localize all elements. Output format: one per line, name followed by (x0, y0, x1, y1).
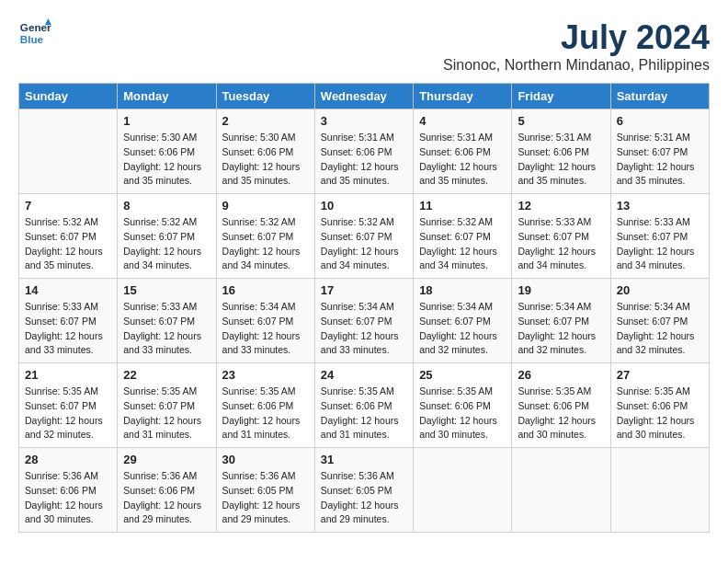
day-number: 31 (321, 453, 407, 466)
day-info: Sunrise: 5:31 AMSunset: 6:06 PMDaylight:… (321, 131, 407, 189)
day-number: 25 (419, 368, 506, 382)
day-number: 28 (25, 453, 111, 466)
day-number: 13 (617, 199, 703, 213)
day-number: 14 (25, 283, 111, 297)
day-info: Sunrise: 5:32 AMSunset: 6:07 PMDaylight:… (123, 215, 210, 273)
day-number: 2 (222, 114, 309, 128)
day-number: 22 (123, 368, 210, 382)
day-number: 24 (321, 368, 407, 382)
day-cell: 14Sunrise: 5:33 AMSunset: 6:07 PMDayligh… (19, 279, 118, 363)
day-cell: 23Sunrise: 5:35 AMSunset: 6:06 PMDayligh… (216, 363, 314, 448)
week-row-3: 14Sunrise: 5:33 AMSunset: 6:07 PMDayligh… (19, 279, 710, 363)
day-info: Sunrise: 5:32 AMSunset: 6:07 PMDaylight:… (321, 215, 407, 273)
day-number: 6 (617, 114, 703, 128)
day-number: 12 (518, 199, 604, 213)
day-cell: 29Sunrise: 5:36 AMSunset: 6:06 PMDayligh… (118, 448, 216, 533)
day-info: Sunrise: 5:32 AMSunset: 6:07 PMDaylight:… (25, 215, 111, 273)
day-cell: 3Sunrise: 5:31 AMSunset: 6:06 PMDaylight… (314, 109, 413, 194)
day-number: 16 (222, 283, 309, 297)
svg-text:Blue: Blue (20, 33, 44, 45)
logo-icon: General Blue (18, 18, 51, 52)
day-number: 5 (518, 114, 604, 128)
day-info: Sunrise: 5:33 AMSunset: 6:07 PMDaylight:… (617, 215, 703, 273)
day-number: 1 (123, 114, 210, 128)
column-header-wednesday: Wednesday (314, 84, 413, 109)
day-info: Sunrise: 5:30 AMSunset: 6:06 PMDaylight:… (222, 131, 309, 189)
day-cell: 19Sunrise: 5:34 AMSunset: 6:07 PMDayligh… (512, 279, 610, 363)
day-info: Sunrise: 5:31 AMSunset: 6:06 PMDaylight:… (518, 131, 604, 189)
day-number: 4 (419, 114, 506, 128)
day-info: Sunrise: 5:36 AMSunset: 6:06 PMDaylight:… (123, 469, 210, 527)
day-info: Sunrise: 5:36 AMSunset: 6:05 PMDaylight:… (222, 469, 309, 527)
column-header-sunday: Sunday (19, 84, 118, 109)
day-number: 26 (518, 368, 604, 382)
day-cell: 21Sunrise: 5:35 AMSunset: 6:07 PMDayligh… (19, 363, 118, 448)
day-cell: 9Sunrise: 5:32 AMSunset: 6:07 PMDaylight… (216, 194, 314, 279)
day-cell (19, 109, 118, 194)
day-cell: 28Sunrise: 5:36 AMSunset: 6:06 PMDayligh… (19, 448, 118, 533)
day-number: 8 (123, 199, 210, 213)
day-cell (610, 448, 709, 533)
day-number: 11 (419, 199, 506, 213)
day-cell: 13Sunrise: 5:33 AMSunset: 6:07 PMDayligh… (610, 194, 709, 279)
day-number: 23 (222, 368, 309, 382)
day-info: Sunrise: 5:35 AMSunset: 6:06 PMDaylight:… (419, 385, 506, 442)
day-cell: 15Sunrise: 5:33 AMSunset: 6:07 PMDayligh… (118, 279, 216, 363)
header: General Blue July 2024 Sinonoc, Northern… (18, 18, 710, 74)
day-cell: 6Sunrise: 5:31 AMSunset: 6:07 PMDaylight… (610, 109, 709, 194)
day-info: Sunrise: 5:35 AMSunset: 6:07 PMDaylight:… (25, 385, 111, 442)
day-cell: 7Sunrise: 5:32 AMSunset: 6:07 PMDaylight… (19, 194, 118, 279)
subtitle: Sinonoc, Northern Mindanao, Philippines (443, 57, 710, 74)
day-number: 9 (222, 199, 309, 213)
day-cell: 18Sunrise: 5:34 AMSunset: 6:07 PMDayligh… (414, 279, 512, 363)
title-area: July 2024 Sinonoc, Northern Mindanao, Ph… (443, 18, 710, 74)
day-number: 27 (617, 368, 703, 382)
day-cell: 12Sunrise: 5:33 AMSunset: 6:07 PMDayligh… (512, 194, 610, 279)
day-info: Sunrise: 5:34 AMSunset: 6:07 PMDaylight:… (222, 300, 309, 358)
day-info: Sunrise: 5:36 AMSunset: 6:06 PMDaylight:… (25, 469, 111, 527)
calendar-table: SundayMondayTuesdayWednesdayThursdayFrid… (18, 83, 710, 533)
day-cell: 31Sunrise: 5:36 AMSunset: 6:05 PMDayligh… (314, 448, 413, 533)
day-number: 19 (518, 283, 604, 297)
day-cell: 20Sunrise: 5:34 AMSunset: 6:07 PMDayligh… (610, 279, 709, 363)
day-info: Sunrise: 5:34 AMSunset: 6:07 PMDaylight:… (321, 300, 407, 358)
main-title: July 2024 (443, 18, 710, 57)
day-info: Sunrise: 5:33 AMSunset: 6:07 PMDaylight:… (123, 300, 210, 358)
day-info: Sunrise: 5:34 AMSunset: 6:07 PMDaylight:… (518, 300, 604, 358)
day-cell: 27Sunrise: 5:35 AMSunset: 6:06 PMDayligh… (610, 363, 709, 448)
day-info: Sunrise: 5:30 AMSunset: 6:06 PMDaylight:… (123, 131, 210, 189)
day-info: Sunrise: 5:35 AMSunset: 6:06 PMDaylight:… (321, 385, 407, 442)
day-number: 21 (25, 368, 111, 382)
day-number: 3 (321, 114, 407, 128)
day-cell: 5Sunrise: 5:31 AMSunset: 6:06 PMDaylight… (512, 109, 610, 194)
week-row-4: 21Sunrise: 5:35 AMSunset: 6:07 PMDayligh… (19, 363, 710, 448)
day-cell: 22Sunrise: 5:35 AMSunset: 6:07 PMDayligh… (118, 363, 216, 448)
day-cell: 25Sunrise: 5:35 AMSunset: 6:06 PMDayligh… (414, 363, 512, 448)
day-info: Sunrise: 5:32 AMSunset: 6:07 PMDaylight:… (222, 215, 309, 273)
day-number: 30 (222, 453, 309, 466)
day-number: 7 (25, 199, 111, 213)
day-info: Sunrise: 5:31 AMSunset: 6:06 PMDaylight:… (419, 131, 506, 189)
day-info: Sunrise: 5:33 AMSunset: 6:07 PMDaylight:… (518, 215, 604, 273)
column-header-monday: Monday (118, 84, 216, 109)
day-info: Sunrise: 5:32 AMSunset: 6:07 PMDaylight:… (419, 215, 506, 273)
day-cell: 24Sunrise: 5:35 AMSunset: 6:06 PMDayligh… (314, 363, 413, 448)
day-cell: 2Sunrise: 5:30 AMSunset: 6:06 PMDaylight… (216, 109, 314, 194)
day-info: Sunrise: 5:35 AMSunset: 6:07 PMDaylight:… (123, 385, 210, 442)
day-cell (414, 448, 512, 533)
day-info: Sunrise: 5:34 AMSunset: 6:07 PMDaylight:… (419, 300, 506, 358)
column-header-friday: Friday (512, 84, 610, 109)
day-cell: 11Sunrise: 5:32 AMSunset: 6:07 PMDayligh… (414, 194, 512, 279)
day-cell: 10Sunrise: 5:32 AMSunset: 6:07 PMDayligh… (314, 194, 413, 279)
day-number: 29 (123, 453, 210, 466)
day-cell (512, 448, 610, 533)
day-info: Sunrise: 5:34 AMSunset: 6:07 PMDaylight:… (617, 300, 703, 358)
day-info: Sunrise: 5:33 AMSunset: 6:07 PMDaylight:… (25, 300, 111, 358)
column-header-thursday: Thursday (414, 84, 512, 109)
day-number: 15 (123, 283, 210, 297)
header-row: SundayMondayTuesdayWednesdayThursdayFrid… (19, 84, 710, 109)
column-header-saturday: Saturday (610, 84, 709, 109)
day-number: 20 (617, 283, 703, 297)
day-cell: 4Sunrise: 5:31 AMSunset: 6:06 PMDaylight… (414, 109, 512, 194)
day-cell: 8Sunrise: 5:32 AMSunset: 6:07 PMDaylight… (118, 194, 216, 279)
